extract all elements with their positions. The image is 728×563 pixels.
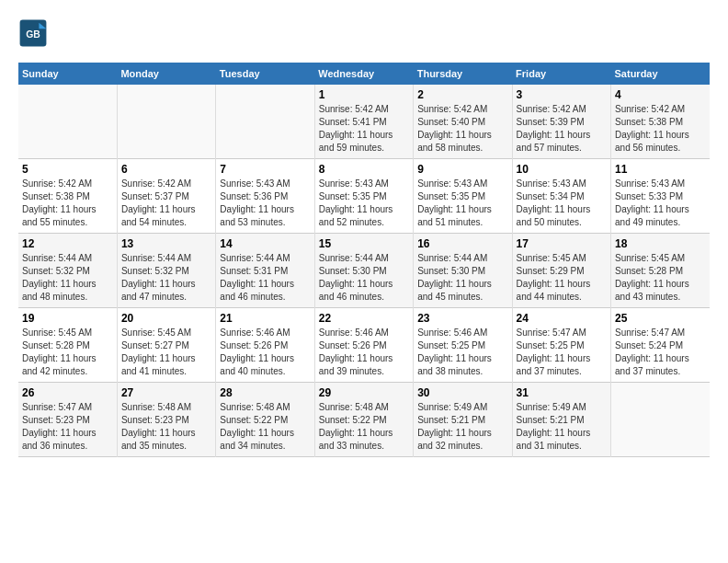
day-content: Sunrise: 5:47 AM Sunset: 5:23 PM Dayligh…	[22, 401, 113, 453]
day-content: Sunrise: 5:46 AM Sunset: 5:26 PM Dayligh…	[319, 327, 409, 378]
top-bar: GB	[18, 18, 710, 55]
week-row-5: 26Sunrise: 5:47 AM Sunset: 5:23 PM Dayli…	[18, 383, 710, 457]
logo-icon: GB	[18, 18, 48, 48]
calendar-cell: 31Sunrise: 5:49 AM Sunset: 5:21 PM Dayli…	[512, 383, 610, 457]
calendar-cell: 8Sunrise: 5:43 AM Sunset: 5:35 PM Daylig…	[314, 159, 413, 234]
day-number: 5	[22, 163, 113, 176]
day-content: Sunrise: 5:42 AM Sunset: 5:37 PM Dayligh…	[121, 178, 211, 229]
calendar-cell: 20Sunrise: 5:45 AM Sunset: 5:27 PM Dayli…	[117, 308, 215, 383]
calendar-cell: 10Sunrise: 5:43 AM Sunset: 5:34 PM Dayli…	[512, 159, 610, 234]
day-content: Sunrise: 5:44 AM Sunset: 5:31 PM Dayligh…	[220, 252, 310, 304]
calendar-cell: 22Sunrise: 5:46 AM Sunset: 5:26 PM Dayli…	[314, 308, 413, 383]
day-content: Sunrise: 5:42 AM Sunset: 5:38 PM Dayligh…	[22, 178, 113, 229]
header-day-monday: Monday	[117, 63, 215, 85]
calendar-cell: 24Sunrise: 5:47 AM Sunset: 5:25 PM Dayli…	[512, 308, 610, 383]
week-row-1: 1Sunrise: 5:42 AM Sunset: 5:41 PM Daylig…	[18, 85, 710, 159]
day-number: 17	[517, 237, 607, 250]
svg-text:GB: GB	[26, 29, 40, 40]
calendar-cell: 30Sunrise: 5:49 AM Sunset: 5:21 PM Dayli…	[414, 383, 512, 457]
calendar-cell: 6Sunrise: 5:42 AM Sunset: 5:37 PM Daylig…	[117, 159, 215, 234]
day-number: 13	[121, 237, 211, 250]
calendar-cell: 12Sunrise: 5:44 AM Sunset: 5:32 PM Dayli…	[18, 234, 117, 308]
day-content: Sunrise: 5:46 AM Sunset: 5:26 PM Dayligh…	[220, 327, 310, 378]
day-number: 12	[22, 237, 113, 250]
day-content: Sunrise: 5:42 AM Sunset: 5:41 PM Dayligh…	[319, 103, 409, 155]
day-number: 23	[417, 312, 507, 325]
header-day-saturday: Saturday	[611, 63, 710, 85]
day-content: Sunrise: 5:42 AM Sunset: 5:39 PM Dayligh…	[517, 103, 607, 155]
header-day-tuesday: Tuesday	[216, 63, 314, 85]
day-content: Sunrise: 5:45 AM Sunset: 5:29 PM Dayligh…	[517, 252, 607, 304]
day-number: 27	[121, 386, 211, 399]
day-number: 30	[417, 386, 507, 399]
day-number: 11	[615, 163, 706, 176]
calendar-body: 1Sunrise: 5:42 AM Sunset: 5:41 PM Daylig…	[18, 85, 710, 457]
calendar-cell: 9Sunrise: 5:43 AM Sunset: 5:35 PM Daylig…	[414, 159, 512, 234]
calendar-cell: 15Sunrise: 5:44 AM Sunset: 5:30 PM Dayli…	[314, 234, 413, 308]
week-row-2: 5Sunrise: 5:42 AM Sunset: 5:38 PM Daylig…	[18, 159, 710, 234]
day-number: 16	[417, 237, 507, 250]
day-content: Sunrise: 5:44 AM Sunset: 5:30 PM Dayligh…	[319, 252, 409, 304]
day-number: 14	[220, 237, 310, 250]
day-number: 8	[319, 163, 409, 176]
day-number: 31	[517, 386, 607, 399]
logo: GB	[18, 18, 51, 48]
calendar-cell: 28Sunrise: 5:48 AM Sunset: 5:22 PM Dayli…	[216, 383, 314, 457]
day-content: Sunrise: 5:48 AM Sunset: 5:22 PM Dayligh…	[220, 401, 310, 453]
calendar-cell: 26Sunrise: 5:47 AM Sunset: 5:23 PM Dayli…	[18, 383, 117, 457]
day-number: 18	[615, 237, 706, 250]
day-content: Sunrise: 5:45 AM Sunset: 5:28 PM Dayligh…	[615, 252, 706, 304]
calendar-cell: 14Sunrise: 5:44 AM Sunset: 5:31 PM Dayli…	[216, 234, 314, 308]
calendar-cell: 17Sunrise: 5:45 AM Sunset: 5:29 PM Dayli…	[512, 234, 610, 308]
day-content: Sunrise: 5:43 AM Sunset: 5:35 PM Dayligh…	[319, 178, 409, 229]
calendar-table: SundayMondayTuesdayWednesdayThursdayFrid…	[18, 63, 710, 457]
day-content: Sunrise: 5:47 AM Sunset: 5:25 PM Dayligh…	[517, 327, 607, 378]
day-content: Sunrise: 5:49 AM Sunset: 5:21 PM Dayligh…	[417, 401, 507, 453]
header-day-thursday: Thursday	[414, 63, 512, 85]
calendar-cell: 11Sunrise: 5:43 AM Sunset: 5:33 PM Dayli…	[611, 159, 710, 234]
day-number: 26	[22, 386, 113, 399]
day-number: 24	[517, 312, 607, 325]
day-number: 29	[319, 386, 409, 399]
calendar-cell: 5Sunrise: 5:42 AM Sunset: 5:38 PM Daylig…	[18, 159, 117, 234]
day-content: Sunrise: 5:43 AM Sunset: 5:33 PM Dayligh…	[615, 178, 706, 229]
day-number: 6	[121, 163, 211, 176]
calendar-cell: 4Sunrise: 5:42 AM Sunset: 5:38 PM Daylig…	[611, 85, 710, 159]
calendar-cell: 25Sunrise: 5:47 AM Sunset: 5:24 PM Dayli…	[611, 308, 710, 383]
day-number: 15	[319, 237, 409, 250]
calendar-cell: 16Sunrise: 5:44 AM Sunset: 5:30 PM Dayli…	[414, 234, 512, 308]
day-number: 28	[220, 386, 310, 399]
day-content: Sunrise: 5:43 AM Sunset: 5:36 PM Dayligh…	[220, 178, 310, 229]
day-number: 20	[121, 312, 211, 325]
day-number: 10	[517, 163, 607, 176]
calendar-cell: 13Sunrise: 5:44 AM Sunset: 5:32 PM Dayli…	[117, 234, 215, 308]
week-row-4: 19Sunrise: 5:45 AM Sunset: 5:28 PM Dayli…	[18, 308, 710, 383]
calendar-cell	[216, 85, 314, 159]
calendar-cell: 29Sunrise: 5:48 AM Sunset: 5:22 PM Dayli…	[314, 383, 413, 457]
day-number: 22	[319, 312, 409, 325]
calendar-cell: 3Sunrise: 5:42 AM Sunset: 5:39 PM Daylig…	[512, 85, 610, 159]
day-number: 7	[220, 163, 310, 176]
week-row-3: 12Sunrise: 5:44 AM Sunset: 5:32 PM Dayli…	[18, 234, 710, 308]
header-day-friday: Friday	[512, 63, 610, 85]
header-day-wednesday: Wednesday	[314, 63, 413, 85]
calendar-cell: 19Sunrise: 5:45 AM Sunset: 5:28 PM Dayli…	[18, 308, 117, 383]
day-content: Sunrise: 5:49 AM Sunset: 5:21 PM Dayligh…	[517, 401, 607, 453]
day-content: Sunrise: 5:42 AM Sunset: 5:40 PM Dayligh…	[417, 103, 507, 155]
day-number: 4	[615, 88, 706, 101]
day-number: 9	[417, 163, 507, 176]
calendar-cell	[117, 85, 215, 159]
day-content: Sunrise: 5:44 AM Sunset: 5:32 PM Dayligh…	[22, 252, 113, 304]
day-content: Sunrise: 5:43 AM Sunset: 5:35 PM Dayligh…	[417, 178, 507, 229]
calendar-cell: 2Sunrise: 5:42 AM Sunset: 5:40 PM Daylig…	[414, 85, 512, 159]
calendar-cell: 7Sunrise: 5:43 AM Sunset: 5:36 PM Daylig…	[216, 159, 314, 234]
day-content: Sunrise: 5:45 AM Sunset: 5:27 PM Dayligh…	[121, 327, 211, 378]
day-content: Sunrise: 5:43 AM Sunset: 5:34 PM Dayligh…	[517, 178, 607, 229]
calendar-cell	[18, 85, 117, 159]
calendar-cell	[611, 383, 710, 457]
day-content: Sunrise: 5:45 AM Sunset: 5:28 PM Dayligh…	[22, 327, 113, 378]
header-day-sunday: Sunday	[18, 63, 117, 85]
day-number: 3	[517, 88, 607, 101]
day-content: Sunrise: 5:48 AM Sunset: 5:23 PM Dayligh…	[121, 401, 211, 453]
day-number: 2	[417, 88, 507, 101]
